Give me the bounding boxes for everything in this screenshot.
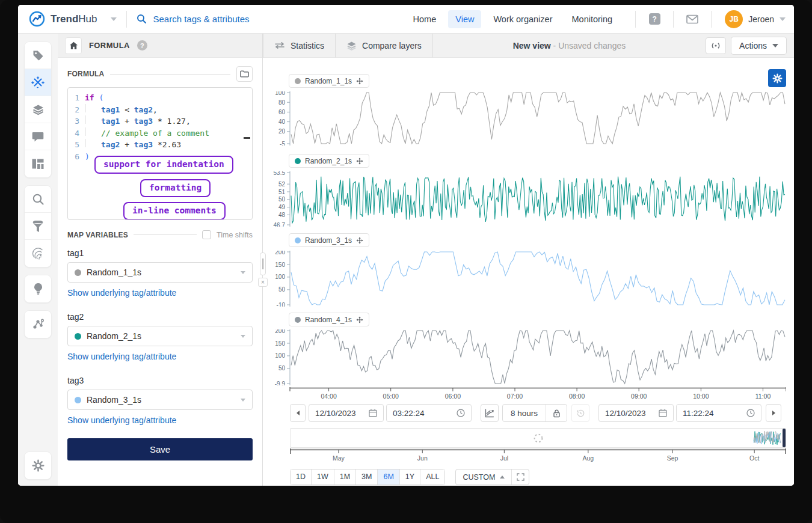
series-chip-label: Random_4_1s — [305, 316, 352, 324]
statistics-button[interactable]: Statistics — [263, 34, 336, 58]
pan-left-button[interactable] — [290, 404, 306, 422]
preset-1m[interactable]: 1M — [334, 469, 356, 485]
chart-settings-button[interactable] — [768, 69, 786, 87]
series-chip-random-1[interactable]: Random_1_1s — [289, 74, 369, 88]
chart-canvas[interactable]: Random_1_1s Random_2_1s Random_3_1s Rand… — [263, 58, 794, 486]
user-menu[interactable]: JB Jeroen — [725, 10, 786, 28]
compare-trends-button[interactable] — [481, 404, 499, 422]
help-button[interactable]: ? — [645, 10, 663, 28]
frame-corners-icon — [517, 473, 524, 481]
duration-value[interactable]: 8 hours — [503, 405, 546, 421]
sidebar-item-context-items[interactable] — [25, 311, 51, 338]
global-search[interactable]: Search tags & attributes — [137, 14, 405, 24]
formula-section-header: FORMULA — [67, 66, 253, 82]
panel-close-button[interactable]: × — [258, 278, 268, 287]
trendhub-logo-icon — [29, 11, 45, 27]
fingerprint-icon — [32, 247, 45, 260]
preset-all[interactable]: ALL — [420, 469, 444, 485]
overview-brush-strip[interactable] — [290, 428, 786, 448]
tag3-select-value: Random_3_1s — [87, 395, 235, 405]
brand-chevron-down-icon[interactable] — [111, 17, 117, 21]
compare-layers-button[interactable]: Compare layers — [336, 34, 433, 58]
tag3-select[interactable]: Random_3_1s — [67, 390, 253, 410]
sidebar-item-dashboards[interactable] — [25, 150, 51, 177]
sidebar-item-filter[interactable] — [25, 213, 51, 240]
sidebar-item-comments[interactable] — [25, 123, 51, 150]
svg-text:50: 50 — [278, 286, 286, 293]
sidebar-item-fingerprint[interactable] — [25, 240, 51, 267]
nav-links: Home View Work organizer Monitoring — [406, 10, 620, 28]
end-date-field[interactable]: 12/10/2023 — [598, 404, 674, 422]
nav-item-view[interactable]: View — [448, 10, 481, 28]
nav-item-work-organizer[interactable]: Work organizer — [486, 10, 559, 28]
svg-text:53.5: 53.5 — [274, 171, 286, 176]
divider — [711, 11, 712, 28]
brush-handle[interactable] — [783, 429, 786, 447]
preset-6m[interactable]: 6M — [378, 469, 399, 485]
sidebar-item-search[interactable] — [25, 186, 51, 213]
reset-time-button[interactable] — [571, 404, 589, 422]
duration-lock-button[interactable] — [546, 405, 567, 421]
series-chip-label: Random_1_1s — [305, 77, 352, 85]
svg-text:-5: -5 — [280, 141, 285, 146]
panel-help-icon[interactable]: ? — [137, 40, 147, 50]
divider — [673, 11, 674, 28]
pan-right-button[interactable] — [766, 404, 781, 422]
divider — [110, 74, 230, 75]
arrow-left-icon — [297, 411, 300, 415]
open-formula-folder-button[interactable] — [236, 66, 253, 82]
nav-item-home[interactable]: Home — [406, 10, 444, 28]
sidebar-item-recommendations[interactable] — [25, 275, 51, 302]
live-mode-button[interactable] — [706, 37, 726, 54]
dashboard-icon — [32, 159, 44, 169]
time-shifts-checkbox[interactable] — [202, 230, 211, 239]
series-chip-random-4[interactable]: Random_4_1s — [289, 313, 369, 326]
save-button[interactable]: Save — [67, 438, 253, 460]
series-chip-random-2[interactable]: Random_2_1s — [289, 154, 369, 168]
formula-code-editor[interactable]: 1if (2tag1 < tag2,3tag1 + tag3 * 1.27,4/… — [67, 87, 253, 220]
divider — [134, 234, 197, 235]
start-time-field[interactable]: 03:22:24 — [386, 404, 472, 422]
svg-text:52: 52 — [278, 181, 286, 188]
rail-group-search — [24, 185, 52, 268]
preset-3m[interactable]: 3M — [356, 469, 378, 485]
preset-1w[interactable]: 1W — [312, 469, 334, 485]
panel-home-button[interactable] — [65, 37, 82, 54]
svg-text:49: 49 — [278, 204, 286, 210]
sidebar-item-tags[interactable] — [25, 42, 51, 69]
panel-resize-grip[interactable] — [260, 252, 266, 275]
brand[interactable]: TrendHub — [29, 11, 117, 27]
tag1-select[interactable]: Random_1_1s — [67, 262, 253, 283]
formula-icon — [31, 76, 45, 89]
actions-button[interactable]: Actions — [731, 37, 787, 55]
start-date-value: 12/10/2023 — [315, 409, 356, 418]
start-date-field[interactable]: 12/10/2023 — [309, 404, 384, 422]
nav-item-monitoring[interactable]: Monitoring — [564, 10, 620, 28]
show-underlying-link[interactable]: Show underlying tag/attribute — [67, 415, 253, 425]
end-time-field[interactable]: 11:22:24 — [676, 404, 761, 422]
svg-text:20: 20 — [278, 128, 286, 135]
preset-1d[interactable]: 1D — [291, 469, 312, 485]
show-underlying-link[interactable]: Show underlying tag/attribute — [67, 352, 253, 361]
gear-icon — [772, 73, 783, 84]
editor-scrollbar-thumb[interactable] — [244, 137, 250, 139]
rail-group-context — [24, 310, 52, 338]
preset-1y[interactable]: 1Y — [400, 469, 420, 485]
trend-plot-random-2[interactable]: 53.5525150494846.7 — [263, 171, 786, 227]
series-chip-random-3[interactable]: Random_3_1s — [289, 233, 369, 247]
tag2-select[interactable]: Random_2_1s — [67, 326, 253, 346]
trend-plot-random-3[interactable]: 20015010050-10 — [263, 251, 786, 307]
svg-text:46.7: 46.7 — [274, 222, 286, 227]
fit-range-button[interactable] — [512, 469, 529, 485]
sidebar-item-layers[interactable] — [25, 96, 51, 123]
series-color-dot — [75, 269, 81, 276]
show-underlying-link[interactable]: Show underlying tag/attribute — [67, 288, 253, 298]
duration-group: 8 hours — [502, 404, 567, 422]
trend-plot-random-1[interactable]: 10080604020-5 — [263, 91, 786, 145]
sidebar-item-formula[interactable] — [25, 69, 51, 96]
messages-button[interactable] — [683, 10, 701, 28]
series-color-dot — [75, 397, 81, 403]
custom-range-button[interactable]: CUSTOM — [456, 469, 512, 485]
sidebar-item-settings[interactable] — [25, 452, 51, 479]
trend-plot-random-4[interactable]: 20015010050-9.9 — [263, 329, 786, 385]
